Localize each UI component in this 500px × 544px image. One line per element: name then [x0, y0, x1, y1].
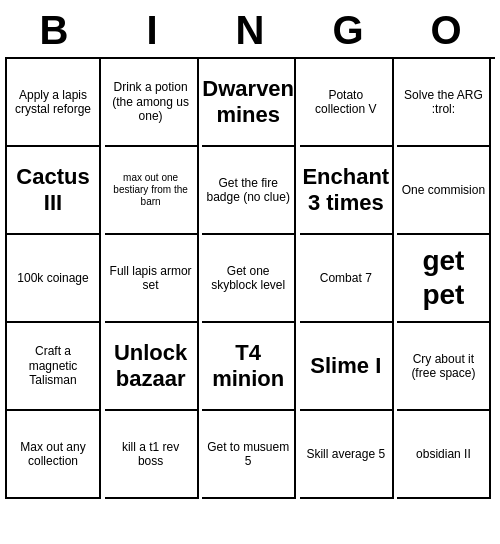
- bingo-cell: get pet: [397, 235, 491, 323]
- bingo-cell: Get one skyblock level: [202, 235, 296, 323]
- bingo-cell: Potato collection V: [300, 59, 394, 147]
- bingo-cell: Max out any collection: [7, 411, 101, 499]
- bingo-cell: Apply a lapis crystal reforge: [7, 59, 101, 147]
- bingo-cell: Cry about it (free space): [397, 323, 491, 411]
- bingo-cell: max out one bestiary from the barn: [105, 147, 199, 235]
- bingo-cell: Enchant 3 times: [300, 147, 394, 235]
- bingo-cell: Cactus III: [7, 147, 101, 235]
- bingo-cell: kill a t1 rev boss: [105, 411, 199, 499]
- bingo-board: BINGO Apply a lapis crystal reforgeDrink…: [5, 8, 495, 499]
- bingo-cell: Get to musuem 5: [202, 411, 296, 499]
- bingo-cell: Drink a potion (the among us one): [105, 59, 199, 147]
- bingo-cell: Get the fire badge (no clue): [202, 147, 296, 235]
- title-letter: N: [205, 8, 295, 53]
- bingo-cell: T4 minion: [202, 323, 296, 411]
- bingo-cell: Skill average 5: [300, 411, 394, 499]
- title-letter: G: [303, 8, 393, 53]
- bingo-cell: One commision: [397, 147, 491, 235]
- title-letter: B: [9, 8, 99, 53]
- bingo-cell: Dwarven mines: [202, 59, 296, 147]
- bingo-cell: 100k coinage: [7, 235, 101, 323]
- bingo-title: BINGO: [5, 8, 495, 53]
- bingo-cell: Unlock bazaar: [105, 323, 199, 411]
- bingo-cell: Slime I: [300, 323, 394, 411]
- bingo-cell: Combat 7: [300, 235, 394, 323]
- title-letter: O: [401, 8, 491, 53]
- bingo-cell: Craft a magnetic Talisman: [7, 323, 101, 411]
- bingo-cell: Full lapis armor set: [105, 235, 199, 323]
- bingo-cell: obsidian II: [397, 411, 491, 499]
- title-letter: I: [107, 8, 197, 53]
- bingo-grid: Apply a lapis crystal reforgeDrink a pot…: [5, 57, 495, 499]
- bingo-cell: Solve the ARG :trol:: [397, 59, 491, 147]
